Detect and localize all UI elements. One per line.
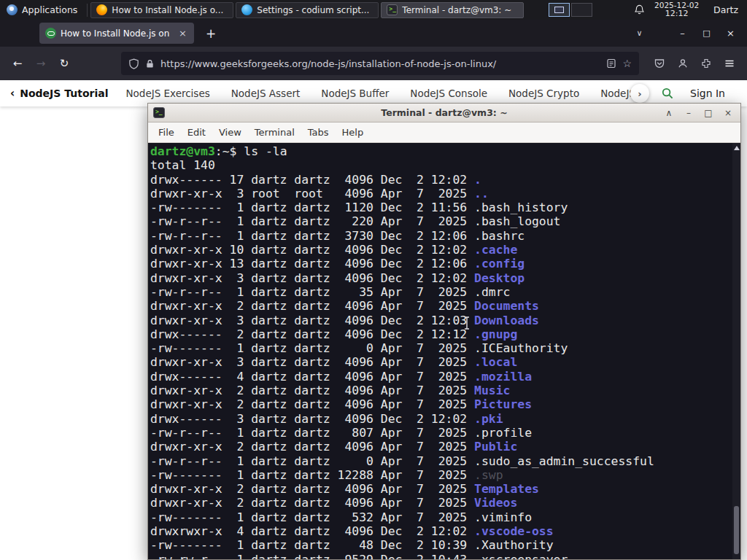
navigation-toolbar: ← → ↻ https://www.geeksforgeeks.org/node… bbox=[0, 47, 747, 80]
entry-name: .mozilla bbox=[474, 370, 532, 384]
entry-meta: drwxr-xr-x 2 dartz dartz 4096 Apr 7 2025 bbox=[150, 299, 474, 313]
entry-meta: -rw------- 1 dartz dartz 1120 Dec 2 11:5… bbox=[150, 201, 474, 214]
extensions-icon[interactable] bbox=[694, 52, 718, 75]
terminal-line: drwxr-xr-x 2 dartz dartz 4096 Apr 7 2025… bbox=[150, 440, 730, 454]
notifications-bell-icon[interactable] bbox=[629, 4, 650, 15]
vscodium-icon bbox=[241, 4, 252, 15]
entry-meta: drwx------ 2 dartz dartz 4096 Dec 2 12:1… bbox=[150, 327, 474, 341]
terminal-menu-view[interactable]: View bbox=[212, 125, 248, 140]
terminal-line: -rw-r--r-- 1 dartz dartz 0 Apr 7 2025 .s… bbox=[150, 454, 730, 468]
reload-button[interactable]: ↻ bbox=[53, 52, 76, 75]
nav-item-nodejs-console[interactable]: NodeJS Console bbox=[410, 88, 487, 99]
terminal-lines: dartz@vm3:~$ ls -latotal 140drwx------ 1… bbox=[148, 143, 740, 559]
entry-name: .config bbox=[474, 257, 525, 271]
browser-close-button[interactable]: × bbox=[719, 23, 743, 44]
entry-meta: drwxr-xr-x 10 dartz dartz 4096 Dec 2 12:… bbox=[150, 243, 474, 257]
terminal-line: -rw------- 1 dartz dartz 48 Dec 2 10:39 … bbox=[150, 538, 730, 552]
terminal-output[interactable]: dartz@vm3:~$ ls -latotal 140drwx------ 1… bbox=[148, 143, 740, 559]
back-button[interactable]: ← bbox=[6, 52, 29, 75]
url-text[interactable]: https://www.geeksforgeeks.org/node-js/in… bbox=[160, 58, 600, 69]
terminal-close-button[interactable]: × bbox=[723, 109, 733, 117]
entry-name: Pictures bbox=[474, 397, 532, 411]
taskbar-button-terminal[interactable]: Terminal - dartz@vm3: ~ bbox=[381, 2, 524, 18]
command-text: ls -la bbox=[244, 144, 287, 158]
browser-minimize-button[interactable]: – bbox=[670, 23, 694, 44]
terminal-line: drwxr-xr-x 2 dartz dartz 4096 Apr 7 2025… bbox=[150, 496, 730, 510]
terminal-line: drwx------ 3 dartz dartz 4096 Dec 2 12:0… bbox=[150, 412, 730, 426]
taskbar-button-vscodium[interactable]: Settings - codium script... bbox=[236, 2, 379, 18]
terminal-menu-edit[interactable]: Edit bbox=[181, 125, 212, 140]
tab-strip: How to Install Node.js on × + ∨ – □ × bbox=[0, 20, 747, 47]
geeksforgeeks-favicon bbox=[45, 28, 56, 39]
panel-clock[interactable]: 2025-12-02 12:12 bbox=[650, 1, 703, 19]
workspace-window-thumbnail bbox=[554, 7, 564, 13]
new-tab-button[interactable]: + bbox=[201, 26, 220, 41]
nav-item-nodejs-exercises[interactable]: NodeJS Exercises bbox=[125, 88, 209, 99]
scrollbar-thumb[interactable] bbox=[734, 506, 739, 554]
entry-meta: -rw-r--r-- 1 dartz dartz 35 Apr 7 2025 bbox=[150, 285, 474, 299]
terminal-menu-file[interactable]: File bbox=[152, 125, 181, 140]
browser-maximize-button[interactable]: □ bbox=[694, 23, 719, 44]
terminal-window-icon bbox=[153, 107, 165, 118]
taskbar-button-firefox[interactable]: How to Install Node.js o... bbox=[90, 2, 233, 18]
entry-name: Templates bbox=[474, 482, 539, 496]
entry-meta: drwxr-xr-x 2 dartz dartz 4096 Apr 7 2025 bbox=[150, 482, 474, 496]
url-bar[interactable]: https://www.geeksforgeeks.org/node-js/in… bbox=[121, 52, 639, 75]
entry-name: .Xauthority bbox=[474, 538, 554, 552]
terminal-line: drwxr-xr-x 2 dartz dartz 4096 Apr 7 2025… bbox=[150, 397, 730, 411]
nav-item-nodejs-crypto[interactable]: NodeJS Crypto bbox=[508, 88, 579, 99]
bookmark-star-icon[interactable]: ☆ bbox=[622, 58, 632, 69]
terminal-line: drwxr-xr-x 2 dartz dartz 4096 Apr 7 2025… bbox=[150, 482, 730, 496]
terminal-line: drwxr-xr-x 3 dartz dartz 4096 Apr 7 2025… bbox=[150, 355, 730, 369]
terminal-menubar: FileEditViewTerminalTabsHelp bbox=[148, 122, 740, 143]
search-icon[interactable] bbox=[661, 87, 674, 100]
entry-name: .bashrc bbox=[474, 229, 525, 243]
nav-item-nodejs-buffer[interactable]: NodeJS Buffer bbox=[321, 88, 389, 99]
terminal-line: -rw-r--r-- 1 dartz dartz 220 Apr 7 2025 … bbox=[150, 214, 730, 228]
terminal-scrollbar[interactable] bbox=[732, 143, 740, 559]
pocket-icon[interactable] bbox=[648, 52, 671, 75]
workspace-1[interactable] bbox=[549, 3, 570, 17]
terminal-menu-tabs[interactable]: Tabs bbox=[301, 125, 336, 140]
entry-name: Downloads bbox=[474, 314, 539, 327]
entry-name: .swp bbox=[474, 468, 503, 482]
prompt-user-host: dartz@vm3 bbox=[150, 144, 215, 158]
terminal-titlebar[interactable]: Terminal - dartz@vm3: ~ ∧ – □ × bbox=[148, 104, 740, 122]
terminal-line: -rw------- 1 dartz dartz 12288 Apr 7 202… bbox=[150, 468, 730, 482]
entry-meta: -rw------- 1 dartz dartz 0 Apr 7 2025 bbox=[150, 341, 474, 355]
clock-time: 12:12 bbox=[654, 9, 699, 19]
entry-name: Documents bbox=[474, 299, 539, 313]
terminal-rollup-button[interactable]: ∧ bbox=[664, 109, 674, 117]
nav-scroll-right-button[interactable]: › bbox=[630, 84, 649, 103]
workspace-2[interactable] bbox=[571, 3, 592, 17]
nav-back-link[interactable]: ‹ NodeJS Tutorial bbox=[10, 87, 108, 100]
applications-menu-button[interactable]: Applications bbox=[0, 0, 84, 20]
lock-icon[interactable] bbox=[145, 59, 155, 69]
terminal-line: -rw-r--r-- 1 dartz dartz 35 Apr 7 2025 .… bbox=[150, 285, 730, 299]
menu-hamburger-icon[interactable] bbox=[718, 52, 741, 75]
terminal-line: -rw-r--r-- 1 dartz dartz 807 Apr 7 2025 … bbox=[150, 426, 730, 440]
terminal-maximize-button[interactable]: □ bbox=[703, 109, 713, 117]
entry-name: .viminfo bbox=[474, 510, 532, 524]
entry-name: Public bbox=[474, 440, 517, 454]
nav-item-nodejs-assert[interactable]: NodeJS Assert bbox=[231, 88, 301, 99]
reader-view-icon[interactable] bbox=[606, 58, 616, 69]
terminal-line: drwx------ 4 dartz dartz 4096 Apr 7 2025… bbox=[150, 370, 730, 384]
entry-name: .dmrc bbox=[474, 285, 510, 299]
terminal-window-title: Terminal - dartz@vm3: ~ bbox=[381, 107, 507, 118]
sign-in-button[interactable]: Sign In bbox=[690, 88, 725, 99]
entry-meta: drwx------ 17 dartz dartz 4096 Dec 2 12:… bbox=[150, 173, 474, 187]
tab-close-icon[interactable]: × bbox=[177, 28, 188, 39]
user-menu[interactable]: Dartz bbox=[703, 4, 747, 15]
browser-tab-active[interactable]: How to Install Node.js on × bbox=[39, 23, 194, 44]
terminal-menu-terminal[interactable]: Terminal bbox=[248, 125, 301, 140]
account-icon[interactable] bbox=[671, 52, 694, 75]
terminal-menu-help[interactable]: Help bbox=[336, 125, 371, 140]
workspace-switcher bbox=[549, 3, 592, 17]
tracking-protection-shield-icon[interactable] bbox=[128, 58, 139, 69]
list-all-tabs-button[interactable]: ∨ bbox=[627, 23, 651, 44]
forward-button[interactable]: → bbox=[29, 52, 53, 75]
scrollbar-up-arrow[interactable] bbox=[734, 146, 740, 150]
terminal-minimize-button[interactable]: – bbox=[684, 109, 694, 117]
entry-name: .xscreensaver bbox=[474, 553, 568, 559]
